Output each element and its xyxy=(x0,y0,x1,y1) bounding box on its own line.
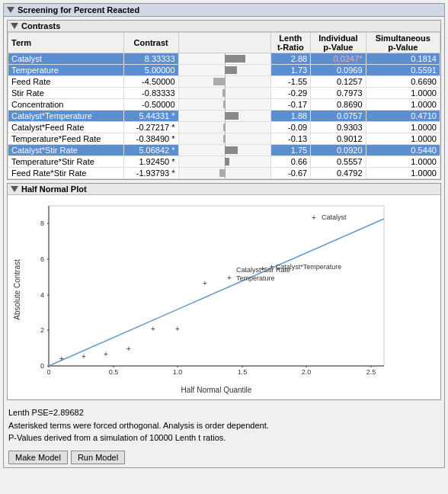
cell-term: Feed Rate*Stir Rate xyxy=(8,168,124,179)
cell-bar xyxy=(178,88,270,99)
cell-sim-p-value: 0.4710 xyxy=(366,111,440,122)
cell-contrast: 5.44331 * xyxy=(123,111,178,122)
cell-term: Catalyst*Temperature xyxy=(8,111,124,122)
half-normal-chart: Absolute Contrast Half Normal Quantile 0… xyxy=(11,198,430,396)
point: + xyxy=(175,325,180,333)
footnote-area: Lenth PSE=2.89682 Asterisked terms were … xyxy=(4,403,444,447)
half-normal-title: Half Normal Plot xyxy=(21,184,87,194)
col-sim-p-val: Simultaneousp-Value xyxy=(366,33,440,53)
cell-t-ratio: 1.75 xyxy=(270,145,311,156)
cell-p-value: 0.4792 xyxy=(311,168,366,179)
cell-p-value: 0.7973 xyxy=(311,88,366,99)
col-bar xyxy=(178,33,270,53)
contrasts-title: Contrasts xyxy=(21,21,60,30)
cell-contrast: -4.50000 xyxy=(123,76,178,88)
cell-term: Temperature xyxy=(8,65,124,76)
cell-term: Catalyst*Feed Rate xyxy=(8,122,124,133)
point: + xyxy=(151,325,155,333)
cell-bar xyxy=(178,168,270,179)
cell-contrast: 5.00000 xyxy=(123,65,178,76)
col-p-val: Individualp-Value xyxy=(311,33,366,53)
collapse-icon[interactable] xyxy=(7,7,14,13)
lenth-pse: Lenth PSE=2.89682 xyxy=(8,406,440,419)
col-t-ratio: Lentht-Ratio xyxy=(270,33,311,53)
cell-p-value: 0.5557 xyxy=(311,156,366,168)
cell-term: Catalyst*Stir Rate xyxy=(8,145,124,156)
contrasts-header: Contrasts xyxy=(8,21,440,32)
svg-text:0.5: 0.5 xyxy=(109,368,119,376)
cell-bar xyxy=(178,65,270,76)
cell-bar xyxy=(178,133,270,145)
table-row: Temperature*Stir Rate1.92450 *0.660.5557… xyxy=(8,156,440,168)
run-model-button[interactable]: Run Model xyxy=(71,451,125,464)
cell-term: Feed Rate xyxy=(8,76,124,88)
cell-t-ratio: 0.66 xyxy=(270,156,311,168)
table-row: Temperature*Feed Rate-0.38490 *-0.130.90… xyxy=(8,133,440,145)
cell-contrast: 1.92450 * xyxy=(123,156,178,168)
cell-bar xyxy=(178,99,270,111)
cell-p-value: 0.0969 xyxy=(311,65,366,76)
point: + xyxy=(227,274,232,282)
cell-p-value: 0.9012 xyxy=(311,133,366,145)
contrasts-collapse-icon[interactable] xyxy=(11,23,18,29)
cell-p-value: 0.0920 xyxy=(311,145,366,156)
table-row: Catalyst*Stir Rate5.06842 *1.750.09200.5… xyxy=(8,145,440,156)
cell-bar xyxy=(178,145,270,156)
table-row: Feed Rate-4.50000-1.550.12570.6690 xyxy=(8,76,440,88)
cell-sim-p-value: 1.0000 xyxy=(366,99,440,111)
svg-text:0: 0 xyxy=(40,362,44,370)
point: + xyxy=(59,354,64,363)
cell-t-ratio: 2.88 xyxy=(270,53,311,65)
cell-p-value: 0.9303 xyxy=(311,122,366,133)
cell-contrast: -0.83333 xyxy=(123,88,178,99)
footnote-2: P-Values derived from a simulation of 10… xyxy=(8,431,440,444)
svg-text:1.0: 1.0 xyxy=(173,368,183,376)
point-label-temperature: Temperature xyxy=(236,274,275,282)
contrasts-table: Term Contrast Lentht-Ratio Individualp-V… xyxy=(8,32,440,179)
cell-contrast: -0.27217 * xyxy=(123,122,178,133)
cell-sim-p-value: 1.0000 xyxy=(366,88,440,99)
cell-sim-p-value: 0.5591 xyxy=(366,65,440,76)
cell-contrast: 8.33333 xyxy=(123,53,178,65)
cell-sim-p-value: 0.1814 xyxy=(366,53,440,65)
chart-area: Absolute Contrast Half Normal Quantile 0… xyxy=(8,195,440,399)
half-normal-header: Half Normal Plot xyxy=(8,184,440,195)
make-model-button[interactable]: Make Model xyxy=(8,451,68,464)
button-bar: Make Model Run Model xyxy=(4,447,444,467)
cell-contrast: 5.06842 * xyxy=(123,145,178,156)
cell-contrast: -0.38490 * xyxy=(123,133,178,145)
cell-t-ratio: -0.13 xyxy=(270,133,311,145)
svg-text:0: 0 xyxy=(46,368,50,376)
cell-p-value: 0.8690 xyxy=(311,99,366,111)
panel-title: Screening for Percent Reacted xyxy=(18,5,139,14)
contrasts-panel: Contrasts Term Contrast Lentht-Ratio Ind… xyxy=(7,20,441,180)
x-axis-label: Half Normal Quantile xyxy=(181,386,252,394)
cell-t-ratio: 1.73 xyxy=(270,65,311,76)
svg-text:8: 8 xyxy=(40,220,44,227)
cell-sim-p-value: 0.5440 xyxy=(366,145,440,156)
cell-sim-p-value: 1.0000 xyxy=(366,168,440,179)
point: + xyxy=(104,350,108,358)
cell-bar xyxy=(178,156,270,168)
y-axis-label: Absolute Contrast xyxy=(13,259,21,320)
main-panel: Screening for Percent Reacted Contrasts … xyxy=(3,3,445,468)
table-row: Catalyst*Temperature5.44331 *1.880.07570… xyxy=(8,111,440,122)
cell-p-value: 0.1257 xyxy=(311,76,366,88)
cell-sim-p-value: 1.0000 xyxy=(366,122,440,133)
point-label-cat-temp: + Catalyst*Temperature xyxy=(270,263,341,271)
col-contrast: Contrast xyxy=(123,33,178,53)
cell-term: Temperature*Feed Rate xyxy=(8,133,124,145)
cell-p-value: 0.0757 xyxy=(311,111,366,122)
table-row: Catalyst8.333332.880.0247*0.1814 xyxy=(8,53,440,65)
col-term: Term xyxy=(8,33,124,53)
cell-bar xyxy=(178,76,270,88)
cell-bar xyxy=(178,122,270,133)
cell-contrast: -0.50000 xyxy=(123,99,178,111)
svg-text:4: 4 xyxy=(40,291,44,299)
cell-t-ratio: -1.55 xyxy=(270,76,311,88)
svg-rect-0 xyxy=(49,206,384,366)
half-normal-collapse-icon[interactable] xyxy=(11,186,18,192)
svg-text:2.5: 2.5 xyxy=(366,368,376,376)
footnote-1: Asterisked terms were forced orthogonal.… xyxy=(8,419,440,432)
cell-t-ratio: -0.67 xyxy=(270,168,311,179)
